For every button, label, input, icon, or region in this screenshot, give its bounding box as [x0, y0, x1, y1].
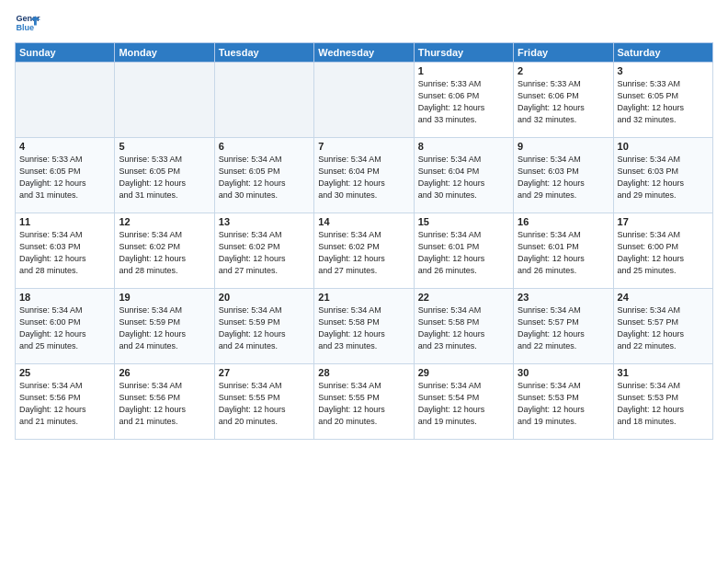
day-number: 11 — [19, 216, 110, 227]
calendar-cell: 16Sunrise: 5:34 AMSunset: 6:01 PMDayligh… — [514, 213, 613, 289]
day-info: Sunrise: 5:34 AMSunset: 6:05 PMDaylight:… — [219, 154, 310, 201]
calendar-cell: 5Sunrise: 5:33 AMSunset: 6:05 PMDaylight… — [115, 138, 214, 213]
week-row-3: 11Sunrise: 5:34 AMSunset: 6:03 PMDayligh… — [16, 213, 713, 289]
calendar-cell — [314, 63, 414, 138]
weekday-header-thursday: Thursday — [414, 43, 513, 63]
day-info: Sunrise: 5:34 AMSunset: 5:58 PMDaylight:… — [318, 304, 409, 352]
day-info: Sunrise: 5:33 AMSunset: 6:05 PMDaylight:… — [19, 154, 110, 201]
calendar: SundayMondayTuesdayWednesdayThursdayFrid… — [15, 42, 713, 440]
day-info: Sunrise: 5:33 AMSunset: 6:05 PMDaylight:… — [119, 154, 210, 201]
calendar-cell: 21Sunrise: 5:34 AMSunset: 5:58 PMDayligh… — [314, 289, 414, 364]
day-number: 22 — [418, 292, 509, 303]
calendar-cell: 8Sunrise: 5:34 AMSunset: 6:04 PMDaylight… — [414, 138, 513, 213]
day-info: Sunrise: 5:34 AMSunset: 6:00 PMDaylight:… — [618, 229, 709, 277]
day-number: 3 — [618, 65, 709, 76]
day-info: Sunrise: 5:34 AMSunset: 5:59 PMDaylight:… — [119, 304, 210, 352]
day-info: Sunrise: 5:34 AMSunset: 5:56 PMDaylight:… — [19, 380, 110, 428]
day-info: Sunrise: 5:33 AMSunset: 6:05 PMDaylight:… — [618, 78, 709, 126]
logo-icon: General Blue — [15, 11, 40, 37]
day-number: 21 — [318, 292, 409, 303]
day-number: 7 — [318, 141, 409, 152]
day-number: 1 — [418, 65, 509, 76]
calendar-cell — [115, 63, 214, 138]
calendar-cell: 7Sunrise: 5:34 AMSunset: 6:04 PMDaylight… — [314, 138, 414, 213]
day-number: 19 — [119, 292, 210, 303]
calendar-cell: 22Sunrise: 5:34 AMSunset: 5:58 PMDayligh… — [414, 289, 513, 364]
day-number: 24 — [618, 292, 709, 303]
day-info: Sunrise: 5:34 AMSunset: 5:55 PMDaylight:… — [219, 380, 310, 428]
day-info: Sunrise: 5:34 AMSunset: 6:02 PMDaylight:… — [119, 229, 210, 277]
weekday-header-friday: Friday — [514, 43, 613, 63]
day-number: 8 — [418, 141, 509, 152]
day-number: 20 — [219, 292, 310, 303]
day-info: Sunrise: 5:34 AMSunset: 5:57 PMDaylight:… — [618, 304, 709, 352]
day-number: 4 — [19, 141, 110, 152]
calendar-cell: 15Sunrise: 5:34 AMSunset: 6:01 PMDayligh… — [414, 213, 513, 289]
day-number: 17 — [618, 216, 709, 227]
day-number: 28 — [318, 367, 409, 378]
day-number: 5 — [119, 141, 210, 152]
day-number: 12 — [119, 216, 210, 227]
day-number: 9 — [518, 141, 609, 152]
calendar-cell: 25Sunrise: 5:34 AMSunset: 5:56 PMDayligh… — [16, 364, 115, 440]
day-number: 10 — [618, 141, 709, 152]
day-number: 14 — [318, 216, 409, 227]
calendar-cell: 23Sunrise: 5:34 AMSunset: 5:57 PMDayligh… — [514, 289, 613, 364]
day-number: 26 — [119, 367, 210, 378]
day-number: 29 — [418, 367, 509, 378]
week-row-2: 4Sunrise: 5:33 AMSunset: 6:05 PMDaylight… — [16, 138, 713, 213]
day-info: Sunrise: 5:34 AMSunset: 6:01 PMDaylight:… — [418, 229, 509, 277]
calendar-cell: 27Sunrise: 5:34 AMSunset: 5:55 PMDayligh… — [214, 364, 313, 440]
day-number: 30 — [518, 367, 609, 378]
weekday-header-sunday: Sunday — [16, 43, 115, 63]
calendar-cell: 20Sunrise: 5:34 AMSunset: 5:59 PMDayligh… — [214, 289, 313, 364]
day-info: Sunrise: 5:34 AMSunset: 6:04 PMDaylight:… — [418, 154, 509, 201]
page: General Blue SundayMondayTuesdayWednesda… — [0, 0, 728, 563]
calendar-cell: 10Sunrise: 5:34 AMSunset: 6:03 PMDayligh… — [613, 138, 712, 213]
day-number: 25 — [19, 367, 110, 378]
calendar-cell: 9Sunrise: 5:34 AMSunset: 6:03 PMDaylight… — [514, 138, 613, 213]
day-number: 6 — [219, 141, 310, 152]
calendar-cell: 24Sunrise: 5:34 AMSunset: 5:57 PMDayligh… — [613, 289, 712, 364]
calendar-cell: 28Sunrise: 5:34 AMSunset: 5:55 PMDayligh… — [314, 364, 414, 440]
day-info: Sunrise: 5:34 AMSunset: 5:55 PMDaylight:… — [318, 380, 409, 428]
calendar-cell — [214, 63, 313, 138]
day-number: 27 — [219, 367, 310, 378]
calendar-cell: 1Sunrise: 5:33 AMSunset: 6:06 PMDaylight… — [414, 63, 513, 138]
day-info: Sunrise: 5:33 AMSunset: 6:06 PMDaylight:… — [518, 78, 609, 126]
weekday-header-saturday: Saturday — [613, 43, 712, 63]
day-info: Sunrise: 5:34 AMSunset: 6:02 PMDaylight:… — [219, 229, 310, 277]
day-info: Sunrise: 5:33 AMSunset: 6:06 PMDaylight:… — [418, 78, 509, 126]
day-info: Sunrise: 5:34 AMSunset: 5:54 PMDaylight:… — [418, 380, 509, 428]
day-info: Sunrise: 5:34 AMSunset: 6:02 PMDaylight:… — [318, 229, 409, 277]
day-number: 2 — [518, 65, 609, 76]
calendar-cell: 31Sunrise: 5:34 AMSunset: 5:53 PMDayligh… — [613, 364, 712, 440]
calendar-cell: 30Sunrise: 5:34 AMSunset: 5:53 PMDayligh… — [514, 364, 613, 440]
week-row-4: 18Sunrise: 5:34 AMSunset: 6:00 PMDayligh… — [16, 289, 713, 364]
day-number: 18 — [19, 292, 110, 303]
day-info: Sunrise: 5:34 AMSunset: 5:57 PMDaylight:… — [518, 304, 609, 352]
calendar-cell: 14Sunrise: 5:34 AMSunset: 6:02 PMDayligh… — [314, 213, 414, 289]
day-info: Sunrise: 5:34 AMSunset: 5:59 PMDaylight:… — [219, 304, 310, 352]
calendar-cell: 11Sunrise: 5:34 AMSunset: 6:03 PMDayligh… — [16, 213, 115, 289]
day-info: Sunrise: 5:34 AMSunset: 5:53 PMDaylight:… — [518, 380, 609, 428]
day-number: 23 — [518, 292, 609, 303]
weekday-header-monday: Monday — [115, 43, 214, 63]
day-info: Sunrise: 5:34 AMSunset: 6:01 PMDaylight:… — [518, 229, 609, 277]
weekday-header-wednesday: Wednesday — [314, 43, 414, 63]
calendar-cell: 19Sunrise: 5:34 AMSunset: 5:59 PMDayligh… — [115, 289, 214, 364]
day-info: Sunrise: 5:34 AMSunset: 5:58 PMDaylight:… — [418, 304, 509, 352]
calendar-cell: 18Sunrise: 5:34 AMSunset: 6:00 PMDayligh… — [16, 289, 115, 364]
svg-text:Blue: Blue — [16, 23, 34, 32]
calendar-cell: 17Sunrise: 5:34 AMSunset: 6:00 PMDayligh… — [613, 213, 712, 289]
header: General Blue — [15, 11, 713, 37]
calendar-cell: 26Sunrise: 5:34 AMSunset: 5:56 PMDayligh… — [115, 364, 214, 440]
week-row-1: 1Sunrise: 5:33 AMSunset: 6:06 PMDaylight… — [16, 63, 713, 138]
day-info: Sunrise: 5:34 AMSunset: 6:03 PMDaylight:… — [518, 154, 609, 201]
calendar-cell: 12Sunrise: 5:34 AMSunset: 6:02 PMDayligh… — [115, 213, 214, 289]
day-number: 16 — [518, 216, 609, 227]
day-info: Sunrise: 5:34 AMSunset: 6:00 PMDaylight:… — [19, 304, 110, 352]
day-number: 31 — [618, 367, 709, 378]
weekday-header-tuesday: Tuesday — [214, 43, 313, 63]
calendar-cell: 6Sunrise: 5:34 AMSunset: 6:05 PMDaylight… — [214, 138, 313, 213]
